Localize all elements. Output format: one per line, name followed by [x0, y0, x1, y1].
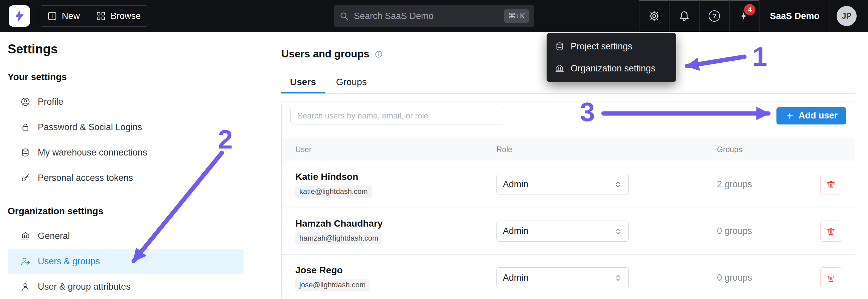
add-user-label: Add user [799, 110, 838, 121]
info-icon[interactable] [374, 50, 383, 59]
groups-count: 2 groups [717, 179, 805, 190]
role-value: Admin [503, 179, 529, 190]
sidebar-item-label: Profile [38, 97, 63, 107]
menu-item-project-settings[interactable]: Project settings [549, 35, 674, 57]
settings-sidebar: Settings Your settings Profile Password … [0, 32, 262, 299]
notifications-bell-button[interactable] [669, 0, 699, 32]
building-icon [20, 231, 30, 241]
column-header-groups: Groups [717, 145, 805, 154]
sidebar-title: Settings [8, 42, 262, 56]
user-circle-icon [20, 97, 30, 107]
role-select[interactable]: Admin [496, 221, 629, 242]
user-email-chip: hamzah@lightdash.com [296, 232, 382, 244]
user-email-chip: katie@lightdash.com [296, 186, 372, 198]
delete-user-button[interactable] [820, 174, 841, 195]
key-icon [20, 173, 30, 183]
grid-icon [96, 11, 106, 21]
table-header: User Role Groups [282, 138, 855, 161]
plus-icon [785, 111, 795, 121]
search-shortcut-badge: ⌘+K [504, 9, 529, 23]
tab-users[interactable]: Users [281, 72, 325, 94]
gear-icon [649, 10, 660, 22]
sidebar-item-label: User & group attributes [38, 281, 131, 292]
database-icon [555, 41, 565, 52]
trash-icon [826, 179, 836, 190]
role-select[interactable]: Admin [496, 174, 629, 195]
menu-item-label: Organization settings [571, 63, 655, 74]
sidebar-section-your-settings: Your settings [8, 72, 262, 82]
org-name: SaaS Demo [770, 11, 819, 21]
notification-count-badge: 4 [744, 4, 755, 15]
settings-dropdown-menu: Project settings Organization settings [547, 33, 676, 82]
role-value: Admin [503, 226, 529, 236]
user-name: Jose Rego [296, 265, 343, 276]
topbar-nav-group: New Browse [39, 5, 149, 27]
user-icon [20, 281, 30, 292]
sidebar-item-warehouse-connections[interactable]: My warehouse connections [8, 140, 244, 165]
help-button[interactable]: ? [699, 0, 730, 32]
user-row: Hamzah Chaudhary hamzah@lightdash.com Ad… [282, 208, 855, 255]
whats-new-sparkles-button[interactable]: 4 [730, 0, 760, 32]
add-user-button[interactable]: Add user [776, 107, 846, 125]
trash-icon [826, 226, 836, 236]
avatar: JP [837, 6, 857, 26]
groups-count: 0 groups [717, 273, 805, 283]
lightning-bolt-icon [13, 9, 26, 23]
users-search-input[interactable] [290, 107, 504, 125]
users-table-card: Add user User Role Groups Katie Hindson … [281, 101, 855, 299]
database-icon [20, 147, 30, 158]
help-glyph: ? [712, 12, 717, 20]
sidebar-section-organization-settings: Organization settings [8, 206, 262, 217]
new-button[interactable]: New [39, 6, 88, 26]
user-email-chip: jose@lightdash.com [296, 279, 370, 291]
user-name: Katie Hindson [296, 171, 358, 182]
new-button-label: New [62, 11, 80, 21]
role-select[interactable]: Admin [496, 267, 629, 288]
user-plus-icon [20, 256, 30, 266]
sidebar-item-label: Users & groups [38, 256, 100, 267]
browse-button[interactable]: Browse [88, 6, 149, 26]
chevron-up-down-icon [614, 180, 622, 189]
user-menu[interactable]: JP [830, 0, 859, 32]
topbar-right: ? 4 SaaS Demo JP [639, 0, 859, 32]
sidebar-item-profile[interactable]: Profile [8, 89, 244, 114]
user-name: Hamzah Chaudhary [296, 218, 382, 229]
sidebar-item-users-groups[interactable]: Users & groups [8, 248, 244, 274]
user-row: Jose Rego jose@lightdash.com Admin 0 gro… [282, 255, 855, 299]
global-search-input[interactable] [354, 11, 499, 21]
menu-item-label: Project settings [571, 41, 632, 52]
sidebar-item-label: Password & Social Logins [38, 122, 142, 132]
bell-icon [679, 10, 690, 22]
settings-gear-button[interactable] [639, 0, 669, 32]
topbar: New Browse ⌘+K ? 4 SaaS Demo JP [0, 0, 868, 32]
chevron-up-down-icon [614, 274, 622, 282]
delete-user-button[interactable] [820, 267, 841, 288]
page-title: Users and groups [281, 48, 370, 60]
sidebar-item-label: Personal access tokens [38, 173, 133, 183]
sidebar-item-password-social-logins[interactable]: Password & Social Logins [8, 114, 244, 140]
tab-groups[interactable]: Groups [328, 72, 375, 94]
lightdash-logo[interactable] [9, 5, 30, 27]
browse-button-label: Browse [111, 11, 141, 21]
org-switcher[interactable]: SaaS Demo [760, 0, 830, 32]
square-plus-icon [47, 11, 57, 21]
trash-icon [826, 273, 836, 283]
sidebar-item-general[interactable]: General [8, 223, 244, 248]
role-value: Admin [503, 273, 529, 283]
building-icon [555, 63, 565, 73]
sidebar-item-personal-access-tokens[interactable]: Personal access tokens [8, 165, 244, 191]
groups-count: 0 groups [717, 226, 805, 236]
sidebar-item-user-group-attributes[interactable]: User & group attributes [8, 274, 244, 299]
menu-item-organization-settings[interactable]: Organization settings [549, 57, 674, 79]
delete-user-button[interactable] [820, 221, 841, 242]
user-row: Katie Hindson katie@lightdash.com Admin … [282, 161, 855, 208]
sidebar-item-label: General [38, 231, 70, 241]
help-icon: ? [709, 10, 720, 22]
chevron-up-down-icon [614, 227, 622, 236]
column-header-user: User [296, 145, 496, 154]
search-icon [339, 11, 349, 21]
lock-icon [20, 122, 30, 132]
global-search[interactable]: ⌘+K [334, 5, 534, 27]
column-header-role: Role [496, 145, 717, 154]
sidebar-item-label: My warehouse connections [38, 147, 147, 158]
